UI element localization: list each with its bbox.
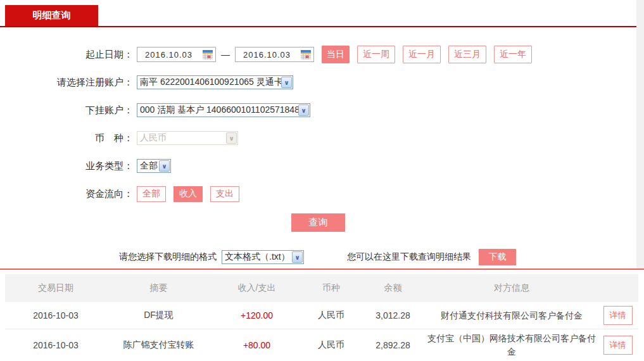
register-account-row: 请选择注册账户： 南平 6222001406100921065 灵通卡 ∨ <box>0 74 636 91</box>
fund-flow-label: 资金流向： <box>0 188 133 200</box>
download-row: 请您选择下载明细的格式 文本格式（.txt） ∨ 您可以在这里下载查询明细结果 … <box>0 249 636 265</box>
register-account-select[interactable]: 南平 6222001406100921065 灵通卡 ∨ <box>137 75 293 89</box>
quick-range-quarter-button[interactable]: 近三月 <box>448 46 486 63</box>
header-balance: 余额 <box>360 280 426 296</box>
table-row: 2016-10-03 DF提现 +120.00 人民币 3,012.28 财付通… <box>5 302 638 329</box>
register-account-value: 南平 6222001406100921065 灵通卡 <box>137 77 281 88</box>
fund-flow-income-button[interactable]: 收入 <box>174 186 203 202</box>
currency-label: 币 种： <box>0 132 133 144</box>
fund-flow-all-button[interactable]: 全部 <box>137 186 166 202</box>
date-range-row: 起止日期： 2016.10.03 <box>0 46 636 63</box>
results-section: 交易日期 摘要 收入/支出 币种 余额 对方信息 2016-10-03 DF提现… <box>0 269 644 361</box>
business-type-select[interactable]: 全部 ∨ <box>137 159 171 173</box>
quick-range-today-button[interactable]: 当日 <box>322 46 350 63</box>
table-row: 2016-10-03 陈广锦支付宝转账 +80.00 人民币 2,892.28 … <box>5 329 638 361</box>
query-form: 起止日期： 2016.10.03 <box>0 46 636 265</box>
tab-underline <box>0 26 636 27</box>
register-account-label: 请选择注册账户： <box>0 77 133 89</box>
currency-value: 人民币 <box>137 132 226 144</box>
sub-account-row: 下挂账户： 000 活期 基本户 1406600101102571848 ∨ <box>0 102 636 118</box>
chevron-down-icon: ∨ <box>292 251 303 263</box>
query-button-row: 查询 <box>0 213 636 232</box>
business-type-label: 业务类型： <box>0 160 133 172</box>
tab-detail-query[interactable]: 明细查询 <box>5 5 98 26</box>
download-button[interactable]: 下载 <box>479 249 516 265</box>
cell-amount: +80.00 <box>211 338 303 353</box>
cell-currency: 人民币 <box>303 307 360 324</box>
header-currency: 币种 <box>303 280 360 296</box>
cell-action: 详情 <box>597 333 638 357</box>
results-table: 交易日期 摘要 收入/支出 币种 余额 对方信息 2016-10-03 DF提现… <box>5 274 638 361</box>
tab-bar: 明细查询 <box>0 0 644 26</box>
sub-account-value: 000 活期 基本户 1406600101102571848 <box>137 104 298 116</box>
date-range-separator: — <box>221 49 230 60</box>
header-summary: 摘要 <box>106 280 211 296</box>
detail-query-page: 明细查询 起止日期： 2016.10.03 <box>0 0 644 361</box>
end-date-value: 2016.10.03 <box>243 50 300 60</box>
fund-flow-expense-button[interactable]: 支出 <box>210 186 239 202</box>
download-format-value: 文本格式（.txt） <box>222 251 292 263</box>
header-action <box>597 286 638 291</box>
start-date-input[interactable]: 2016.10.03 <box>137 47 216 62</box>
business-type-value: 全部 <box>137 160 159 172</box>
start-date-value: 2016.10.03 <box>145 50 202 60</box>
sub-account-select[interactable]: 000 活期 基本户 1406600101102571848 ∨ <box>137 103 310 117</box>
calendar-icon[interactable] <box>202 49 213 60</box>
download-format-select[interactable]: 文本格式（.txt） ∨ <box>222 250 304 264</box>
business-type-row: 业务类型： 全部 ∨ <box>0 158 636 174</box>
calendar-icon[interactable] <box>300 49 312 60</box>
quick-range-week-button[interactable]: 近一周 <box>357 46 395 63</box>
cell-summary: 陈广锦支付宝转账 <box>106 337 211 353</box>
fund-flow-row: 资金流向： 全部 收入 支出 <box>0 186 636 202</box>
download-hint: 您可以在这里下载查询明细结果 <box>347 251 471 263</box>
scrollbar-track[interactable] <box>636 0 644 269</box>
cell-balance: 2,892.28 <box>360 338 426 353</box>
header-trade-date: 交易日期 <box>5 280 106 296</box>
cell-counterparty: 支付宝（中国）网络技术有限公司客户备付金 <box>426 329 597 361</box>
results-divider <box>0 269 644 270</box>
currency-row: 币 种： 人民币 ∨ <box>0 130 636 146</box>
cell-currency: 人民币 <box>303 337 360 353</box>
chevron-down-icon: ∨ <box>226 132 237 144</box>
chevron-down-icon: ∨ <box>159 160 170 172</box>
end-date-input[interactable]: 2016.10.03 <box>235 47 314 62</box>
cell-amount: +120.00 <box>211 308 303 323</box>
cell-action: 详情 <box>597 303 638 327</box>
detail-button[interactable]: 详情 <box>603 336 633 355</box>
chevron-down-icon: ∨ <box>298 104 309 116</box>
table-header-row: 交易日期 摘要 收入/支出 币种 余额 对方信息 <box>5 274 638 302</box>
date-range-label: 起止日期： <box>0 49 133 61</box>
cell-trade-date: 2016-10-03 <box>5 308 106 323</box>
header-counterparty: 对方信息 <box>426 280 597 296</box>
cell-balance: 3,012.28 <box>360 308 426 323</box>
quick-range-month-button[interactable]: 近一月 <box>403 46 441 63</box>
cell-trade-date: 2016-10-03 <box>5 338 106 353</box>
cell-summary: DF提现 <box>106 307 211 324</box>
detail-button[interactable]: 详情 <box>603 306 633 325</box>
currency-select: 人民币 ∨ <box>137 131 238 145</box>
chevron-down-icon: ∨ <box>281 77 292 88</box>
sub-account-label: 下挂账户： <box>0 104 133 117</box>
query-button[interactable]: 查询 <box>291 213 345 232</box>
cell-counterparty: 财付通支付科技有限公司客户备付金 <box>426 307 597 325</box>
quick-range-year-button[interactable]: 近一年 <box>494 46 532 63</box>
header-amount: 收入/支出 <box>211 280 303 296</box>
download-format-label: 请您选择下载明细的格式 <box>119 251 217 263</box>
